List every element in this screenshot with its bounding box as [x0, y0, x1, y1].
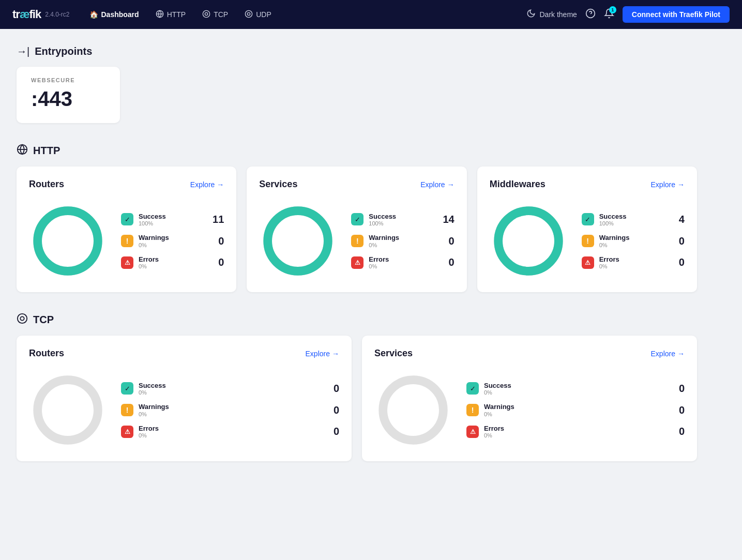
- tcp-routers-warnings-row: ! Warnings 0% 0: [121, 403, 339, 417]
- entrypoint-card-websecure: WEBSECURE :443: [17, 67, 120, 123]
- tcp-services-title: Services: [374, 348, 413, 359]
- http-routers-stats: ✓ Success 100% 11 ! Warnings 0% 0: [121, 213, 224, 270]
- svg-point-5: [248, 12, 250, 15]
- http-services-donut: [259, 202, 337, 280]
- nav-dashboard[interactable]: 🏠 Dashboard: [82, 7, 146, 22]
- http-routers-errors-count: 0: [214, 256, 224, 268]
- svg-point-18: [38, 380, 98, 441]
- nav-udp[interactable]: UDP: [237, 7, 279, 23]
- http-middlewares-success-row: ✓ Success 100% 4: [582, 213, 685, 227]
- http-middlewares-warnings-count: 0: [674, 235, 685, 247]
- http-routers-card: Routers Explore → ✓ Suc: [17, 167, 236, 292]
- http-services-success-count: 14: [443, 214, 454, 225]
- tcp-services-errors-row: ⚠ Errors 0% 0: [466, 425, 685, 439]
- brand: træfik 2.4.0-rc2: [12, 8, 70, 21]
- navbar-right: Dark theme 1 Connect with Traefik Pilot: [526, 6, 730, 23]
- http-middlewares-success-count: 4: [674, 214, 685, 225]
- http-middlewares-donut: [490, 202, 567, 280]
- tcp-services-donut: [374, 371, 452, 449]
- tcp-icon: [202, 10, 210, 20]
- globe-icon: [156, 10, 164, 20]
- http-middlewares-errors-row: ⚠ Errors 0% 0: [582, 255, 685, 270]
- http-section-icon: [17, 144, 28, 157]
- error-badge: ⚠: [351, 256, 364, 269]
- entrypoints-list: WEBSECURE :443: [17, 67, 697, 123]
- http-services-explore-link[interactable]: Explore →: [420, 180, 454, 189]
- http-services-success-row: ✓ Success 100% 14: [351, 213, 454, 227]
- arrow-right-icon: →: [217, 180, 224, 189]
- notification-icon[interactable]: 1: [604, 8, 614, 21]
- tcp-routers-body: ✓ Success 0% 0 ! Warnings 0% 0: [29, 371, 339, 449]
- entrypoint-label: WEBSECURE: [31, 77, 105, 83]
- http-routers-explore-link[interactable]: Explore →: [190, 180, 224, 189]
- error-badge: ⚠: [582, 256, 594, 269]
- tcp-services-explore-link[interactable]: Explore →: [651, 350, 685, 358]
- svg-point-19: [383, 380, 444, 441]
- success-badge: ✓: [582, 213, 594, 225]
- main-content: →| Entrypoints WEBSECURE :443 HTTP Route…: [0, 29, 714, 482]
- success-badge: ✓: [466, 382, 479, 395]
- tcp-services-success-count: 0: [674, 383, 685, 395]
- http-routers-body: ✓ Success 100% 11 ! Warnings 0% 0: [29, 202, 224, 280]
- tcp-services-warnings-count: 0: [674, 404, 685, 416]
- tcp-services-body: ✓ Success 0% 0 ! Warnings 0% 0: [374, 371, 685, 449]
- tcp-routers-success-row: ✓ Success 0% 0: [121, 382, 339, 396]
- success-badge: ✓: [121, 382, 133, 395]
- http-services-title: Services: [259, 179, 297, 190]
- tcp-services-warnings-row: ! Warnings 0% 0: [466, 403, 685, 417]
- tcp-routers-errors-row: ⚠ Errors 0% 0: [121, 425, 339, 439]
- udp-icon: [245, 10, 253, 20]
- tcp-routers-explore-link[interactable]: Explore →: [306, 350, 339, 358]
- tcp-routers-warnings-count: 0: [329, 404, 339, 416]
- http-services-stats: ✓ Success 100% 14 ! Warnings 0% 0: [351, 213, 454, 270]
- moon-icon: [526, 9, 536, 21]
- brand-logo: træfik: [12, 8, 41, 21]
- http-middlewares-card: Middlewares Explore → ✓: [477, 167, 697, 292]
- entrypoint-value: :443: [31, 87, 105, 111]
- http-middlewares-errors-count: 0: [674, 256, 685, 268]
- http-services-errors-count: 0: [444, 256, 455, 268]
- nav-http[interactable]: HTTP: [148, 7, 193, 23]
- http-services-card-header: Services Explore →: [259, 179, 454, 190]
- http-middlewares-body: ✓ Success 100% 4 ! Warnings 0% 0: [490, 202, 685, 280]
- arrow-right-icon: →: [677, 180, 685, 189]
- success-badge: ✓: [121, 213, 133, 225]
- tcp-services-card: Services Explore → ✓ Success: [362, 336, 697, 461]
- error-badge: ⚠: [121, 426, 133, 438]
- http-middlewares-title: Middlewares: [490, 179, 546, 190]
- http-services-body: ✓ Success 100% 14 ! Warnings 0% 0: [259, 202, 454, 280]
- tcp-services-stats: ✓ Success 0% 0 ! Warnings 0% 0: [466, 382, 685, 439]
- http-services-errors-row: ⚠ Errors 0% 0: [351, 255, 454, 270]
- svg-point-3: [205, 12, 208, 15]
- tcp-routers-donut: [29, 371, 107, 449]
- http-routers-warnings-row: ! Warnings 0% 0: [121, 234, 224, 248]
- tcp-routers-success-count: 0: [329, 383, 339, 395]
- dark-theme-toggle[interactable]: Dark theme: [526, 9, 577, 21]
- help-icon[interactable]: [585, 8, 596, 21]
- svg-point-2: [203, 10, 210, 17]
- http-routers-title: Routers: [29, 179, 64, 190]
- http-routers-card-header: Routers Explore →: [29, 179, 224, 190]
- http-routers-errors-row: ⚠ Errors 0% 0: [121, 255, 224, 270]
- nav-tcp[interactable]: TCP: [195, 7, 235, 23]
- http-services-card: Services Explore → ✓ Su: [247, 167, 466, 292]
- warning-badge: !: [466, 404, 479, 416]
- tcp-services-success-row: ✓ Success 0% 0: [466, 382, 685, 396]
- success-badge: ✓: [351, 213, 364, 225]
- svg-point-17: [20, 316, 24, 320]
- http-services-warnings-count: 0: [444, 235, 455, 247]
- http-routers-success-count: 11: [213, 214, 224, 225]
- tcp-routers-errors-count: 0: [329, 426, 339, 437]
- connect-button[interactable]: Connect with Traefik Pilot: [623, 6, 730, 23]
- http-middlewares-explore-link[interactable]: Explore →: [651, 180, 685, 189]
- svg-point-13: [268, 211, 328, 271]
- tcp-cards: Routers Explore → ✓ Success: [17, 336, 697, 461]
- tcp-routers-card: Routers Explore → ✓ Success: [17, 336, 352, 461]
- http-middlewares-card-header: Middlewares Explore →: [490, 179, 685, 190]
- http-routers-warnings-count: 0: [214, 235, 224, 247]
- http-middlewares-stats: ✓ Success 100% 4 ! Warnings 0% 0: [582, 213, 685, 270]
- tcp-services-card-header: Services Explore →: [374, 348, 685, 359]
- warning-badge: !: [582, 235, 594, 247]
- arrow-right-icon: →: [447, 180, 455, 189]
- nav-items: 🏠 Dashboard HTTP TCP UDP: [82, 7, 526, 23]
